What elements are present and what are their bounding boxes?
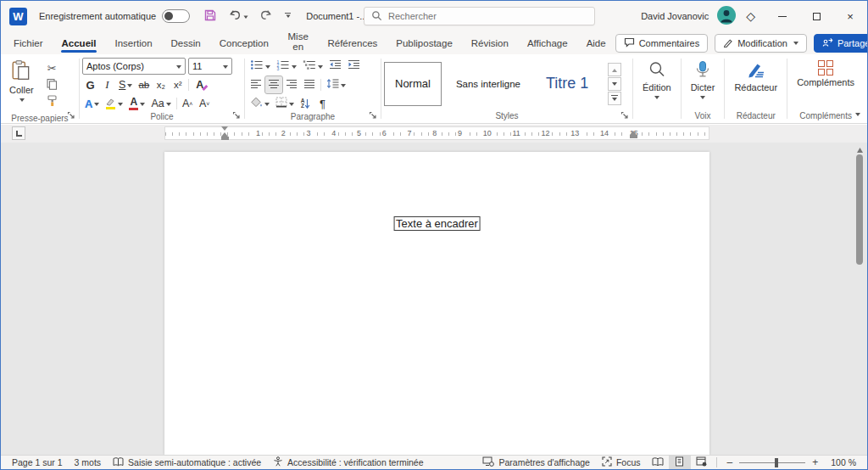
comments-button[interactable]: Commentaires <box>615 34 709 53</box>
display-settings-button[interactable]: Paramètres d'affichage <box>476 456 595 469</box>
format-painter-button[interactable] <box>43 93 61 110</box>
maximize-button[interactable] <box>799 1 833 31</box>
minimize-button[interactable] <box>765 1 799 31</box>
numbering-button[interactable]: 123 <box>274 58 299 75</box>
first-line-indent-icon[interactable] <box>221 126 228 131</box>
page-count-status[interactable]: Page 1 sur 1 <box>6 456 69 469</box>
decrease-indent-button[interactable] <box>326 58 344 75</box>
styles-gallery-more-button[interactable] <box>608 92 621 105</box>
style-chip[interactable]: Normal <box>384 62 442 106</box>
style-chip[interactable]: Titre 1 <box>535 62 599 106</box>
autosave-toggle[interactable] <box>162 9 190 23</box>
vertical-scrollbar[interactable] <box>854 143 865 455</box>
font-size-select[interactable]: 11 <box>188 58 232 75</box>
ribbon-tab[interactable]: Fichier <box>4 31 53 54</box>
ribbon-tab[interactable]: Dessin <box>162 31 210 54</box>
cut-button[interactable]: ✂ <box>43 59 61 76</box>
customize-toolbar-button[interactable] <box>282 11 292 22</box>
read-mode-button[interactable] <box>647 456 669 469</box>
ribbon-tab[interactable]: Accueil <box>53 31 106 54</box>
underline-button[interactable]: S <box>116 76 135 93</box>
collapse-ribbon-button[interactable] <box>855 107 860 120</box>
justify-button[interactable] <box>301 76 318 93</box>
left-indent-icon[interactable] <box>221 137 229 140</box>
change-case-button[interactable]: Aa <box>148 95 173 112</box>
zoom-slider-thumb[interactable] <box>775 458 778 467</box>
right-indent-marker[interactable] <box>630 131 637 138</box>
font-dialog-launcher[interactable] <box>232 111 241 120</box>
increase-indent-button[interactable] <box>345 58 363 75</box>
ribbon-tab[interactable]: Affichage <box>518 31 577 54</box>
document-page[interactable]: Texte à encadrer <box>164 152 709 455</box>
ribbon-tab[interactable]: Mise en page <box>278 31 319 54</box>
align-left-button[interactable] <box>248 76 264 93</box>
copy-button[interactable] <box>43 76 61 93</box>
text-effects-button[interactable]: A <box>82 95 102 112</box>
shading-button[interactable] <box>248 95 272 112</box>
web-layout-button[interactable] <box>691 456 713 469</box>
paragraph-dialog-launcher[interactable] <box>369 111 377 120</box>
editor-button[interactable]: Rédacteur <box>727 58 784 109</box>
close-button[interactable]: × <box>833 1 867 31</box>
superscript-button[interactable]: x² <box>170 76 186 93</box>
ribbon-tab[interactable]: Conception <box>210 31 278 54</box>
tab-selector[interactable] <box>12 126 25 140</box>
font-name-select[interactable]: Aptos (Corps) <box>82 58 186 75</box>
ribbon-tab[interactable]: Aide <box>577 31 615 54</box>
editing-mode-button[interactable]: Modification <box>715 34 807 53</box>
zoom-out-button[interactable]: – <box>726 456 735 468</box>
focus-mode-button[interactable]: Focus <box>596 456 647 469</box>
diamond-icon[interactable]: ◇ <box>746 9 755 23</box>
paste-button[interactable]: Coller <box>3 58 40 114</box>
user-name[interactable]: David Jovanovic <box>641 11 709 21</box>
zoom-level-button[interactable]: 100 % <box>825 456 862 469</box>
multilevel-list-button[interactable] <box>300 58 326 75</box>
addins-button[interactable]: Compléments <box>790 58 861 109</box>
word-count-status[interactable]: 3 mots <box>69 456 108 469</box>
sort-button[interactable]: AZ <box>298 95 314 112</box>
clear-formatting-button[interactable]: A <box>192 76 208 93</box>
align-right-button[interactable] <box>283 76 300 93</box>
styles-scroll-up-button[interactable] <box>608 63 621 76</box>
styles-scroll-down-button[interactable] <box>608 77 621 91</box>
search-box[interactable] <box>364 7 595 25</box>
scrollbar-thumb[interactable] <box>856 154 863 265</box>
strikethrough-button[interactable]: ab <box>136 76 152 93</box>
left-indent-marker[interactable] <box>221 126 229 140</box>
borders-button[interactable] <box>273 95 297 112</box>
editing-menu-button[interactable]: Édition <box>636 58 678 109</box>
ruler-band[interactable]: 123456789101112131415 <box>164 126 709 140</box>
grow-font-button[interactable]: A˄ <box>180 95 196 112</box>
undo-button[interactable] <box>226 7 250 26</box>
word-logo-icon[interactable]: W <box>9 8 27 25</box>
zoom-in-button[interactable]: + <box>810 456 820 468</box>
save-button[interactable] <box>202 7 219 26</box>
highlight-button[interactable] <box>103 95 125 112</box>
font-color-button[interactable]: A <box>126 95 147 112</box>
zoom-slider[interactable] <box>739 462 805 463</box>
italic-button[interactable]: I <box>99 76 115 93</box>
ribbon-tab[interactable]: Références <box>318 31 387 54</box>
ribbon-tab[interactable]: Publipostage <box>387 31 462 54</box>
shrink-font-button[interactable]: A˅ <box>197 95 213 112</box>
proofing-status[interactable]: Saisie semi-automatique : activée <box>107 456 267 469</box>
dictate-button[interactable]: Dicter <box>684 58 722 109</box>
ribbon-tab[interactable]: Insertion <box>105 31 161 54</box>
print-layout-button[interactable] <box>669 456 691 469</box>
bullets-button[interactable] <box>248 58 273 75</box>
redo-button[interactable] <box>258 7 275 26</box>
show-formatting-button[interactable]: ¶ <box>314 95 331 112</box>
accessibility-status[interactable]: Accessibilité : vérification terminée <box>267 456 429 469</box>
style-chip[interactable]: Sans interligne <box>445 62 531 106</box>
document-title[interactable]: Document1 -... <box>306 11 367 21</box>
line-spacing-button[interactable] <box>324 76 348 93</box>
boxed-text[interactable]: Texte à encadrer <box>393 216 481 231</box>
ribbon-tab[interactable]: Révision <box>462 31 518 54</box>
styles-dialog-launcher[interactable] <box>620 111 629 120</box>
avatar[interactable] <box>717 6 736 26</box>
search-input[interactable] <box>388 11 558 21</box>
share-button[interactable]: Partager <box>814 34 868 53</box>
subscript-button[interactable]: x₂ <box>153 76 169 93</box>
clipboard-dialog-launcher[interactable] <box>67 111 75 120</box>
bold-button[interactable]: G <box>82 76 98 93</box>
